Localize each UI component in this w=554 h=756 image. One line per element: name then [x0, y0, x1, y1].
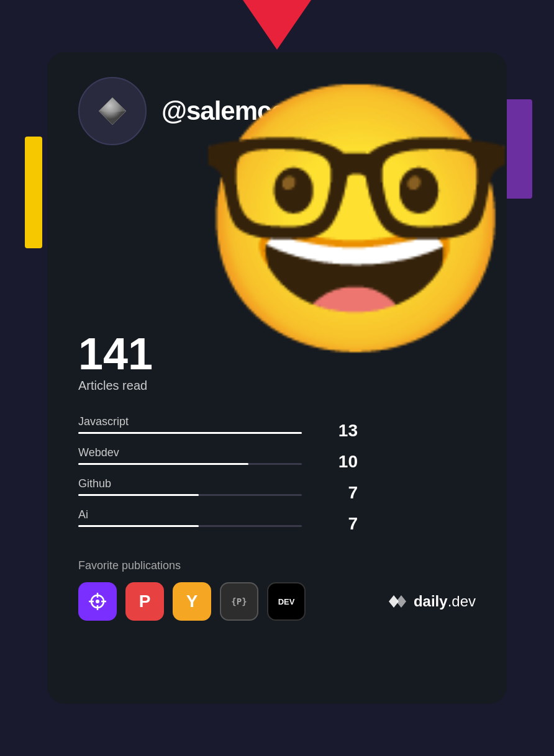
- card-header: @salemcode8: [78, 77, 476, 145]
- daily-dev-text: daily.dev: [414, 593, 476, 610]
- progress-bar-fill: [78, 463, 248, 465]
- diamond-icon: [96, 95, 129, 127]
- username: @salemcode8: [161, 96, 329, 126]
- avatar-circle: [78, 77, 147, 145]
- progress-bar-fill: [78, 432, 302, 434]
- tag-count: 7: [348, 514, 358, 534]
- pub-icon-dev: DEV: [267, 582, 306, 621]
- tag-count: 10: [338, 452, 358, 472]
- tag-row: Github 7: [78, 477, 476, 508]
- tag-row: Webdev 10: [78, 446, 476, 477]
- tag-left: Github: [78, 477, 348, 508]
- svg-point-3: [96, 600, 99, 603]
- tag-left: Javascript: [78, 415, 338, 446]
- svg-marker-1: [99, 97, 126, 112]
- publications-section: Favorite publications P Y: [78, 559, 476, 621]
- progress-bar-bg: [78, 494, 302, 496]
- tag-name: Javascript: [78, 415, 338, 428]
- progress-bar-bg: [78, 463, 302, 465]
- tag-row: Ai 7: [78, 508, 476, 539]
- tag-row: Javascript 13: [78, 415, 476, 446]
- publications-label: Favorite publications: [78, 559, 476, 572]
- stats-section: 141 Articles read Javascript 13 Webdev 1…: [78, 331, 476, 539]
- tag-left: Ai: [78, 508, 348, 539]
- tag-row-content: Webdev 10: [78, 446, 358, 477]
- publications-icons: P Y {P} DEV daily.dev: [78, 582, 476, 621]
- progress-bar-bg: [78, 525, 302, 527]
- tag-left: Webdev: [78, 446, 338, 477]
- tag-name: Ai: [78, 508, 348, 521]
- tag-row-content: Javascript 13: [78, 415, 358, 446]
- tag-count: 13: [338, 421, 358, 441]
- tag-row-content: Ai 7: [78, 508, 358, 539]
- tag-row-content: Github 7: [78, 477, 358, 508]
- pub-icon-php: {P}: [220, 582, 258, 621]
- pub-icon-producthunt: P: [125, 582, 164, 621]
- progress-bar-fill: [78, 525, 199, 527]
- tag-count: 7: [348, 483, 358, 503]
- pub-icon-yc: Y: [173, 582, 211, 621]
- tag-name: Github: [78, 477, 348, 490]
- triangle-decoration: [243, 0, 311, 50]
- yellow-bar-decoration: [25, 137, 42, 248]
- tag-rows: Javascript 13 Webdev 10 Github: [78, 415, 476, 539]
- articles-label: Articles read: [78, 379, 476, 393]
- pub-icon-csstricks: [78, 582, 117, 621]
- profile-card: @salemcode8 🤓 141 Articles read Javascri…: [47, 52, 507, 704]
- articles-count: 141: [78, 331, 476, 376]
- tag-name: Webdev: [78, 446, 338, 459]
- progress-bar-bg: [78, 432, 302, 434]
- progress-bar-fill: [78, 494, 199, 496]
- daily-dev-logo: daily.dev: [386, 593, 476, 610]
